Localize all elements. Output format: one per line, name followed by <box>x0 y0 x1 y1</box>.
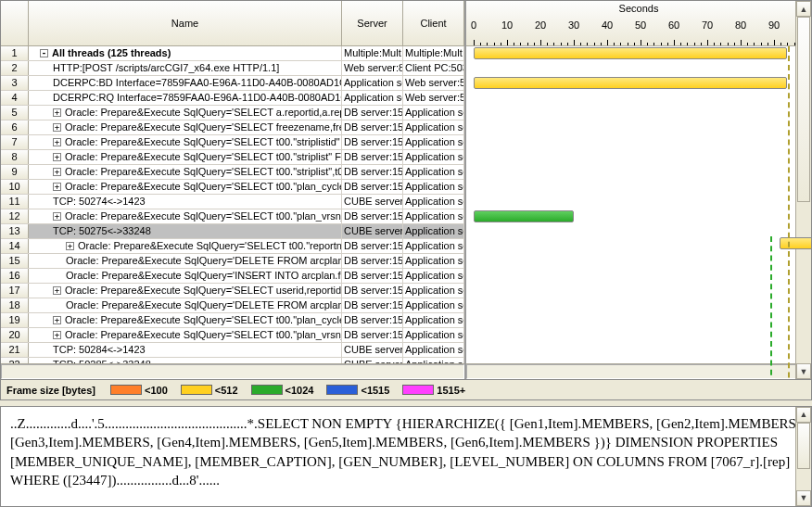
scroll-thumb[interactable] <box>797 423 810 469</box>
expand-icon[interactable]: + <box>53 183 61 191</box>
row-number: 17 <box>1 284 29 298</box>
expand-icon[interactable]: + <box>53 212 61 221</box>
scroll-up-icon[interactable]: ▲ <box>796 407 811 423</box>
table-row[interactable]: 9+Oracle: Prepare&Execute SqlQuery='SELE… <box>1 165 464 180</box>
legend-label: <512 <box>215 385 238 396</box>
table-row[interactable]: 5+Oracle: Prepare&Execute SqlQuery='SELE… <box>1 106 464 120</box>
detail-text: ..Z.............d....'.5................… <box>10 416 800 488</box>
row-name: +Oracle: Prepare&Execute SqlQuery='SELEC… <box>29 284 342 298</box>
collapse-icon[interactable]: - <box>40 49 48 57</box>
table-row[interactable]: 7+Oracle: Prepare&Execute SqlQuery='SELE… <box>1 135 464 150</box>
timeline-row <box>466 120 811 135</box>
expand-icon[interactable]: + <box>66 242 74 250</box>
expand-icon[interactable]: + <box>53 153 61 161</box>
gantt-bar[interactable] <box>780 237 811 249</box>
table-row[interactable]: 8+Oracle: Prepare&Execute SqlQuery='SELE… <box>1 150 464 165</box>
row-name: HTTP:[POST /scripts/arcCGI7_x64.exe HTTP… <box>29 61 342 75</box>
expand-icon[interactable]: + <box>53 286 61 295</box>
scroll-down-icon[interactable]: ▼ <box>796 490 811 506</box>
tick-label: 0 <box>471 19 476 31</box>
tick-label: 40 <box>602 19 613 31</box>
detail-pane[interactable]: ..Z.............d....'.5................… <box>0 406 812 507</box>
marker-green-dashed <box>770 236 772 379</box>
expand-icon[interactable]: + <box>53 123 61 132</box>
row-name: -All threads (125 threads) <box>29 46 342 60</box>
timeline-header: Seconds 0102030405060708090 <box>466 1 811 46</box>
row-client: Application se <box>403 209 464 223</box>
tick-label: 50 <box>635 19 646 31</box>
table-row[interactable]: 20+Oracle: Prepare&Execute SqlQuery='SEL… <box>1 328 464 343</box>
row-number: 2 <box>1 61 29 75</box>
row-number: 16 <box>1 269 29 283</box>
table-row[interactable]: 18Oracle: Prepare&Execute SqlQuery='DELE… <box>1 298 464 313</box>
row-name: Oracle: Prepare&Execute SqlQuery='INSERT… <box>29 269 342 283</box>
col-client[interactable]: Client <box>403 1 464 45</box>
expand-icon[interactable]: + <box>53 138 61 146</box>
table-row[interactable]: 4DCERPC:RQ Interface=7859FAA0-E96A-11D0-… <box>1 91 464 106</box>
row-client: Web server:5 <box>403 76 464 90</box>
scroll-down-icon[interactable]: ▼ <box>796 363 811 379</box>
table-row[interactable]: 15Oracle: Prepare&Execute SqlQuery='DELE… <box>1 254 464 269</box>
marker-dashed <box>788 46 790 379</box>
row-client: Application se <box>403 254 464 268</box>
scroll-up-icon[interactable]: ▲ <box>796 1 811 17</box>
row-name: Oracle: Prepare&Execute SqlQuery='DELETE… <box>29 254 342 268</box>
swatch-icon <box>251 385 283 395</box>
row-client: Application se <box>403 313 464 327</box>
row-server: DB server:15 <box>342 135 403 149</box>
row-number: 12 <box>1 209 29 223</box>
row-server: DB server:15 <box>342 165 403 179</box>
row-server: DB server:15 <box>342 254 403 268</box>
timeline-body[interactable] <box>466 46 811 373</box>
table-row[interactable]: 11TCP: 50274<->1423CUBE server:Applicati… <box>1 195 464 209</box>
row-number: 13 <box>1 224 29 238</box>
gantt-bar[interactable] <box>474 210 574 222</box>
legend-bar: Frame size [bytes] <100<512<1024<1515151… <box>0 380 812 400</box>
legend-item: <1515 <box>326 385 389 396</box>
row-server: DB server:15 <box>342 298 403 312</box>
table-row[interactable]: 13TCP: 50275<->33248CUBE server:Applicat… <box>1 224 464 239</box>
gantt-bar[interactable] <box>474 47 787 59</box>
row-name: +Oracle: Prepare&Execute SqlQuery='SELEC… <box>29 209 342 223</box>
row-client: Client PC:503 <box>403 61 464 75</box>
tick-label: 10 <box>501 19 513 31</box>
detail-vscroll[interactable]: ▲ ▼ <box>795 407 811 506</box>
row-name: +Oracle: Prepare&Execute SqlQuery='SELEC… <box>29 135 342 149</box>
grid-hscroll[interactable] <box>1 363 464 379</box>
expand-icon[interactable]: + <box>53 331 61 339</box>
col-server[interactable]: Server <box>342 1 403 45</box>
row-server: Web server:8 <box>342 61 403 75</box>
table-row[interactable]: 21TCP: 50284<->1423CUBE server:Applicati… <box>1 343 464 358</box>
row-name: TCP: 50274<->1423 <box>29 195 342 209</box>
scroll-thumb[interactable] <box>797 17 810 202</box>
timeline-vscroll[interactable]: ▲ ▼ <box>795 1 811 379</box>
row-server: DB server:15 <box>342 209 403 223</box>
gantt-bar[interactable] <box>474 77 787 89</box>
timeline-row <box>466 91 811 106</box>
table-row[interactable]: 2HTTP:[POST /scripts/arcCGI7_x64.exe HTT… <box>1 61 464 76</box>
grid-body[interactable]: 1-All threads (125 threads)Multiple:Mult… <box>1 46 464 363</box>
row-number: 21 <box>1 343 29 357</box>
table-row[interactable]: 14+Oracle: Prepare&Execute SqlQuery='SEL… <box>1 239 464 254</box>
col-rownum[interactable] <box>1 1 29 45</box>
expand-icon[interactable]: + <box>53 316 61 324</box>
table-row[interactable]: 10+Oracle: Prepare&Execute SqlQuery='SEL… <box>1 180 464 195</box>
col-name[interactable]: Name <box>29 1 342 45</box>
table-row[interactable]: 3DCERPC:BD Interface=7859FAA0-E96A-11D0-… <box>1 76 464 91</box>
timeline-row <box>466 254 811 269</box>
row-name: TCP: 50275<->33248 <box>29 224 342 238</box>
table-row[interactable]: 1-All threads (125 threads)Multiple:Mult… <box>1 46 464 61</box>
table-row[interactable]: 19+Oracle: Prepare&Execute SqlQuery='SEL… <box>1 313 464 328</box>
table-row[interactable]: 17+Oracle: Prepare&Execute SqlQuery='SEL… <box>1 284 464 298</box>
table-row[interactable]: 6+Oracle: Prepare&Execute SqlQuery='SELE… <box>1 120 464 135</box>
table-row[interactable]: 16Oracle: Prepare&Execute SqlQuery='INSE… <box>1 269 464 284</box>
row-client: Application se <box>403 135 464 149</box>
expand-icon[interactable]: + <box>53 168 61 176</box>
row-client: Application se <box>403 120 464 134</box>
table-row[interactable]: 12+Oracle: Prepare&Execute SqlQuery='SEL… <box>1 209 464 224</box>
expand-icon[interactable]: + <box>53 108 61 117</box>
timeline-row <box>466 209 811 224</box>
row-name: TCP: 50284<->1423 <box>29 343 342 357</box>
timeline-hscroll[interactable] <box>466 363 811 379</box>
top-split: Name Server Client 1-All threads (125 th… <box>0 0 812 380</box>
